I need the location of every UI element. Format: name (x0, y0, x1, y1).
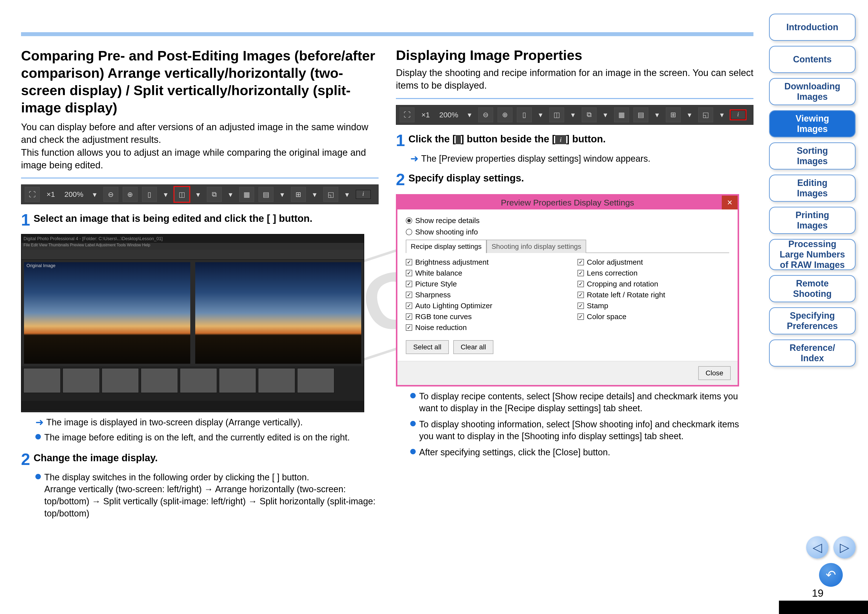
sidebar-item-contents[interactable]: Contents (769, 46, 856, 73)
right-dot1: To display recipe contents, select [Show… (419, 390, 753, 415)
close-icon[interactable]: × (722, 196, 738, 210)
dialog-title: Preview Properties Display Settings × (397, 196, 738, 210)
left-arrow1: The image is displayed in two-screen dis… (46, 417, 302, 427)
select-all-button[interactable]: Select all (406, 340, 449, 354)
zoom-in-icon[interactable]: ⊕ (123, 187, 138, 202)
checkbox-color-adjustment[interactable]: ✓Color adjustment (578, 258, 729, 266)
afpoints-icon[interactable]: ⊞ (291, 187, 306, 202)
histogram-icon[interactable]: ◱ (698, 107, 713, 122)
sidebar-item-sorting-images[interactable]: SortingImages (769, 142, 856, 169)
clear-all-button[interactable]: Clear all (453, 340, 494, 354)
sidebar-item-viewing-images[interactable]: ViewingImages (769, 110, 856, 137)
step-number-1: 1 (396, 132, 405, 149)
bullet-icon (36, 434, 41, 440)
next-page-button[interactable]: ▷ (833, 536, 856, 558)
compare-view-icon[interactable]: ◫ (549, 107, 564, 122)
checkbox-rotate-left-rotate-right[interactable]: ✓Rotate left / Rotate right (578, 291, 729, 299)
preview-toolbar-left: ⛶ ×1 200%▾ ⊖ ⊕ ▯▾ ◫▾ ⧉▾ ▦ ▤▾ ⊞▾ ◱▾ i (21, 185, 378, 204)
app-menubar: File Edit View Thumbnails Preview Label … (22, 243, 364, 250)
sidebar-nav: IntroductionContentsDownloadingImagesVie… (769, 14, 856, 367)
single-view-icon[interactable]: ▯ (517, 107, 532, 122)
sidebar-item-downloading-images[interactable]: DownloadingImages (769, 78, 856, 105)
checkbox-picture-style[interactable]: ✓Picture Style (406, 280, 558, 288)
sidebar-item-introduction[interactable]: Introduction (769, 14, 856, 41)
checkbox-lens-correction[interactable]: ✓Lens correction (578, 269, 729, 277)
checkbox-auto-lighting-optimizer[interactable]: ✓Auto Lighting Optimizer (406, 302, 558, 310)
sidebar-item-specifying-preferences[interactable]: SpecifyingPreferences (769, 307, 856, 334)
bullet-icon (36, 474, 41, 479)
zoom-level[interactable]: 200% (62, 190, 86, 199)
sidebar-item-processing-large-numbers-of-raw-images[interactable]: ProcessingLarge Numbersof RAW Images (769, 239, 856, 270)
single-view-icon[interactable]: ▯ (142, 187, 157, 202)
checkbox-stamp[interactable]: ✓Stamp (578, 302, 729, 310)
right-step2: Specify display settings. (409, 171, 753, 185)
histogram-icon[interactable]: ◱ (323, 187, 338, 202)
step2-text: Change the image display. (34, 451, 378, 465)
app-titlebar: Digital Photo Professional 4 - [Folder: … (22, 235, 364, 243)
grid-icon[interactable]: ▤ (259, 187, 273, 202)
checkbox-color-space[interactable]: ✓Color space (578, 312, 729, 321)
thumbnail-strip (22, 366, 364, 401)
left-dot1: The image before editing is on the left,… (44, 432, 350, 444)
x1-label[interactable]: ×1 (419, 111, 432, 119)
checkbox-rgb-tone-curves[interactable]: ✓RGB tone curves (406, 312, 558, 321)
arrow-icon: ➜ (410, 154, 418, 163)
checkbox-noise-reduction[interactable]: ✓Noise reduction (406, 323, 558, 332)
zoom-out-icon[interactable]: ⊖ (104, 187, 118, 202)
bullet-icon (410, 393, 416, 398)
left-lead: You can display before and after version… (21, 121, 378, 172)
right-heading: Displaying Image Properties (396, 47, 753, 63)
right-step1: Click the [] button beside the [i] butto… (409, 132, 753, 146)
afpoints-icon[interactable]: ⊞ (666, 107, 681, 122)
radio-recipe-details[interactable]: Show recipe details (406, 216, 729, 225)
right-column: Displaying Image Properties Display the … (396, 47, 753, 519)
info-icon[interactable]: i (731, 110, 746, 119)
compare-view-icon[interactable]: ◫ (174, 187, 189, 202)
tab-recipe-settings[interactable]: Recipe display settings (406, 239, 487, 253)
grid-icon[interactable]: ▤ (634, 107, 648, 122)
checkbox-cropping-and-rotation[interactable]: ✓Cropping and rotation (578, 280, 729, 288)
x1-label[interactable]: ×1 (44, 190, 57, 199)
zoom-caret[interactable]: ▾ (90, 190, 99, 199)
return-button[interactable]: ↶ (819, 563, 843, 587)
step1-text: Select an image that is being edited and… (34, 212, 378, 225)
zoom-level[interactable]: 200% (437, 111, 461, 119)
fit-icon[interactable]: ⛶ (400, 107, 414, 122)
sidebar-item-editing-images[interactable]: EditingImages (769, 174, 856, 202)
right-arrow1: The [Preview properties display settings… (421, 154, 650, 164)
fit-icon[interactable]: ⛶ (25, 187, 40, 202)
step-number-2: 2 (21, 451, 30, 468)
prev-page-button[interactable]: ◁ (806, 536, 828, 558)
zoom-out-icon[interactable]: ⊖ (478, 107, 493, 122)
info-icon[interactable]: i (356, 190, 370, 199)
app-statusbar (22, 401, 364, 411)
app-toolbar (22, 250, 364, 260)
split-view-icon[interactable]: ⧉ (207, 187, 222, 202)
layout-icon[interactable]: ▦ (239, 187, 254, 202)
sidebar-item-remote-shooting[interactable]: RemoteShooting (769, 275, 856, 302)
right-dot3: After specifying settings, click the [Cl… (419, 446, 610, 459)
sidebar-item-printing-images[interactable]: PrintingImages (769, 207, 856, 234)
bullet-icon (410, 449, 416, 454)
close-button[interactable]: Close (698, 366, 731, 380)
zoom-in-icon[interactable]: ⊕ (498, 107, 512, 122)
sidebar-item-reference-index[interactable]: Reference/Index (769, 339, 856, 367)
divider (21, 177, 378, 179)
arrow-icon: ➜ (36, 417, 44, 427)
dropdown-icon (456, 135, 461, 144)
layout-icon[interactable]: ▦ (614, 107, 629, 122)
footer-black-box (779, 601, 868, 614)
tab-shooting-settings[interactable]: Shooting info display settings (487, 239, 586, 253)
left-column: Comparing Pre- and Post-Editing Images (… (21, 47, 378, 519)
checkbox-white-balance[interactable]: ✓White balance (406, 269, 558, 277)
checkbox-brightness-adjustment[interactable]: ✓Brightness adjustment (406, 258, 558, 266)
left-heading: Comparing Pre- and Post-Editing Images (… (21, 47, 378, 117)
divider (396, 98, 753, 99)
right-dot2: To display shooting information, select … (419, 418, 753, 442)
checkbox-sharpness[interactable]: ✓Sharpness (406, 291, 558, 299)
radio-shooting-info[interactable]: Show shooting info (406, 228, 729, 236)
right-lead: Display the shooting and recipe informat… (396, 67, 753, 92)
top-rule (21, 32, 753, 36)
step-number-1: 1 (21, 212, 30, 228)
split-view-icon[interactable]: ⧉ (582, 107, 597, 122)
